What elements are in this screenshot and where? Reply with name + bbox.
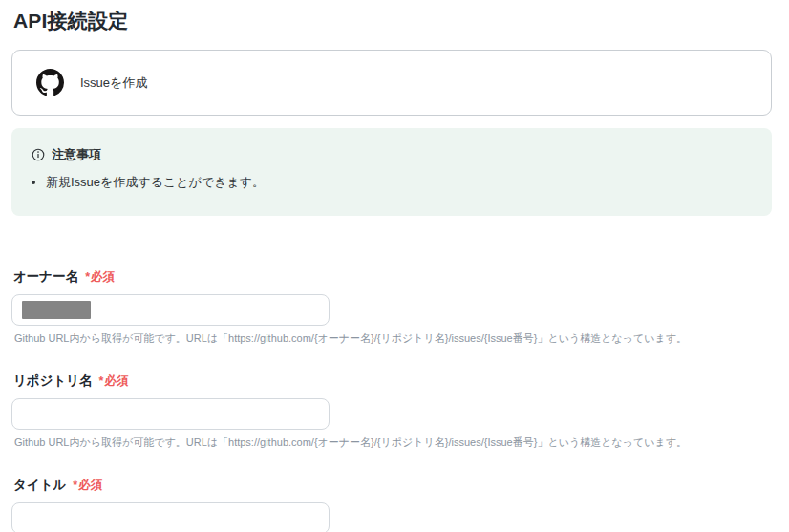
- required-badge: *必須: [99, 373, 129, 390]
- field-repository-name: リポジトリ名 *必須 Github URL内から取得が可能です。URLは「htt…: [11, 372, 772, 450]
- title-input[interactable]: [11, 502, 330, 532]
- field-label-row: リポジトリ名 *必須: [13, 372, 772, 390]
- required-badge: *必須: [85, 269, 115, 286]
- owner-name-input[interactable]: [11, 294, 330, 326]
- field-helper-text: Github URL内から取得が可能です。URLは「https://github…: [14, 331, 772, 346]
- action-card-label: Issueを作成: [80, 74, 147, 92]
- notice-list: 新規Issueを作成することができます。: [32, 173, 753, 192]
- required-label: 必須: [91, 270, 115, 284]
- notice-header: 注意事項: [32, 146, 753, 163]
- field-label-row: オーナー名 *必須: [13, 268, 772, 286]
- page-title: API接続設定: [13, 8, 772, 34]
- masked-value: [22, 301, 91, 319]
- field-title: タイトル *必須 Issueのタイトルを記載してください。: [11, 477, 772, 532]
- info-icon: [32, 148, 45, 161]
- field-label: リポジトリ名: [13, 372, 93, 390]
- notice-box: 注意事項 新規Issueを作成することができます。: [11, 128, 772, 216]
- field-label: オーナー名: [13, 268, 78, 286]
- field-label-row: タイトル *必須: [13, 477, 772, 494]
- notice-item: 新規Issueを作成することができます。: [46, 173, 753, 192]
- api-settings-page: API接続設定 Issueを作成 注意事項 新規Issueを作成することができま…: [0, 0, 789, 532]
- action-card-create-issue[interactable]: Issueを作成: [11, 50, 772, 116]
- required-asterisk: *: [99, 374, 104, 388]
- field-owner-name: オーナー名 *必須 Github URL内から取得が可能です。URLは「http…: [11, 268, 772, 346]
- field-label: タイトル: [13, 477, 66, 494]
- field-helper-text: Github URL内から取得が可能です。URLは「https://github…: [14, 436, 772, 450]
- required-label: 必須: [78, 479, 102, 492]
- github-icon: [36, 69, 64, 96]
- required-asterisk: *: [85, 270, 90, 284]
- required-asterisk: *: [73, 479, 77, 492]
- repository-name-input[interactable]: [11, 398, 330, 430]
- required-label: 必須: [104, 374, 128, 388]
- notice-title: 注意事項: [52, 146, 101, 163]
- required-badge: *必須: [73, 478, 102, 494]
